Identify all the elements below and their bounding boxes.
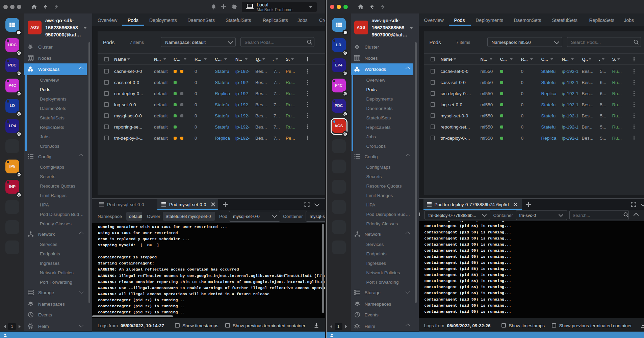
svg-text:HELM: HELM <box>28 326 32 327</box>
svg-text:HELM: HELM <box>355 326 359 327</box>
